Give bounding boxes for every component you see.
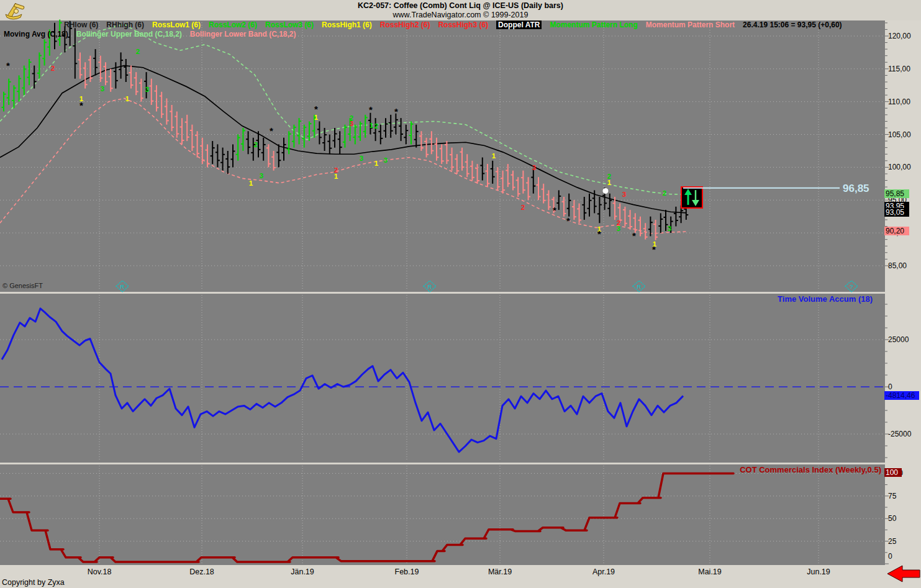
price-bar (537, 177, 541, 200)
price-bar (475, 164, 479, 184)
price-bar (597, 197, 602, 223)
ross-hook-marker: 3 (260, 172, 263, 179)
price-bar (220, 148, 225, 171)
price-bar (225, 151, 230, 174)
legend-item-rosshigh1-6-[interactable]: RossHigh1 (6) (322, 20, 372, 29)
price-bar (333, 128, 337, 148)
asterisk-marker: * (6, 60, 10, 71)
price-axis-label: 100,00 (888, 163, 919, 171)
price-bar (658, 213, 663, 233)
price-bar (27, 59, 32, 85)
price-bar (353, 125, 357, 145)
ross-hook-marker: 1 (334, 173, 338, 180)
legend-item-doppel-atr[interactable]: Doppel ATR (496, 20, 542, 29)
legend-item-bollinger-upper-band-c-18-2-[interactable]: Bollinger Upper Band (C,18,2) (76, 30, 182, 38)
price-bar (139, 79, 143, 102)
price-bar (628, 210, 632, 230)
month-label-mai-19: Mai.19 (688, 568, 732, 576)
price-bar (440, 144, 444, 164)
app-logo-icon[interactable] (3, 1, 29, 20)
month-label-apr-19: Apr.19 (582, 568, 625, 576)
price-badge: 90,20 (884, 227, 909, 235)
legend-item-momentum-pattern-long[interactable]: Momentum Pattern Long (550, 20, 637, 29)
price-bar (389, 115, 393, 138)
price-bar (241, 128, 245, 151)
signal-box[interactable] (681, 187, 702, 208)
asterisk-marker: * (597, 228, 601, 239)
cot-axis-label: 25 (888, 537, 919, 546)
price-bar (236, 135, 240, 161)
price-bar (134, 72, 138, 95)
price-bar (358, 121, 363, 141)
price-bar (542, 184, 546, 204)
price-bar (633, 213, 637, 233)
price-bar (429, 131, 433, 154)
price-bar (567, 194, 571, 217)
ross-hook-marker: 1 (249, 179, 253, 187)
ross-hook-marker: 3 (622, 191, 626, 198)
price-bar (607, 194, 612, 217)
price-bar (17, 75, 21, 101)
price-bar (424, 138, 429, 158)
price-bar (261, 138, 266, 161)
price-bar (491, 161, 495, 184)
price-bar (623, 207, 627, 227)
legend-item-momentum-pattern-short[interactable]: Momentum Pattern Short (646, 20, 735, 29)
price-bar (7, 79, 11, 105)
scroll-left-arrow[interactable] (887, 566, 920, 582)
price-bar (409, 121, 414, 144)
volume-panel-title[interactable]: Time Volume Accum (18) (778, 294, 873, 304)
chart-title: KC2-057: Coffee (Comb) Cont Liq @ ICE-US… (0, 1, 921, 10)
price-bar (287, 131, 291, 154)
legend-item-rosslow2-6-[interactable]: RossLow2 (6) (209, 20, 257, 29)
ross-hook-marker: 2 (51, 65, 55, 72)
price-bar (114, 62, 118, 88)
ross-hook-marker: 2 (521, 204, 525, 211)
legend-item-rhlow-6-[interactable]: RHlow (6) (64, 20, 98, 29)
price-badge: 93,05 (884, 208, 909, 217)
ross-hook-marker: 2 (136, 48, 140, 55)
price-bar (486, 164, 490, 187)
price-bar (266, 144, 271, 167)
legend-item-bollinger-lower-band-c-18-2-[interactable]: Bollinger Lower Band (C,18,2) (190, 30, 296, 38)
price-bar (216, 144, 220, 167)
legend-item-rhhigh-6-[interactable]: RHhigh (6) (106, 20, 144, 29)
price-bar (455, 154, 459, 174)
legend-item-rosshigh3-6-[interactable]: RossHigh3 (6) (438, 20, 488, 29)
legend-item-rosslow1-6-[interactable]: RossLow1 (6) (152, 20, 201, 29)
price-callout-label: 96,85 (843, 183, 869, 195)
price-bar (674, 207, 678, 227)
volume-value-badge: -4814,46 (884, 391, 919, 400)
price-bar (211, 141, 215, 164)
price-bar (470, 161, 474, 181)
price-axis-label: 115,00 (888, 65, 919, 73)
price-bar (200, 138, 204, 164)
price-bar (394, 114, 398, 135)
copyright-label: Copyright by Zyxa (2, 578, 65, 587)
ross-hook-marker: 1 (607, 179, 612, 186)
month-label-feb-19: Feb.19 (385, 568, 429, 576)
price-bar (384, 118, 388, 138)
legend-item-moving-avg-c-18-[interactable]: Moving Avg (C,18) (4, 30, 68, 38)
rollover-diamond-marker[interactable]: ? (845, 281, 858, 292)
price-bar (271, 151, 276, 171)
rollover-diamond-marker[interactable]: R (633, 281, 645, 292)
ross-hook-marker: 2 (663, 189, 666, 197)
month-label-m-r-19: Mär.19 (478, 568, 522, 576)
cot-commercials-line (0, 473, 733, 562)
price-bar (643, 223, 648, 239)
cot-panel-title[interactable]: COT Commercials Index (Weekly,0.5) (740, 465, 881, 474)
ross-hook-marker: 3 (617, 225, 620, 232)
price-bar (32, 66, 37, 89)
ross-hook-marker: 1 (125, 95, 130, 102)
legend-item-rosshigh2-6-[interactable]: RossHigh2 (6) (380, 20, 430, 29)
rollover-diamond-marker[interactable]: R (424, 281, 436, 292)
price-bar (104, 62, 108, 85)
price-bar (419, 131, 424, 151)
month-label-nov-18: Nov.18 (78, 568, 121, 576)
price-bar (93, 49, 98, 75)
rollover-diamond-marker[interactable]: R (116, 281, 129, 292)
price-bar (83, 62, 88, 88)
asterisk-marker: * (270, 125, 273, 136)
legend-item-rosslow3-6-[interactable]: RossLow3 (6) (265, 20, 314, 29)
